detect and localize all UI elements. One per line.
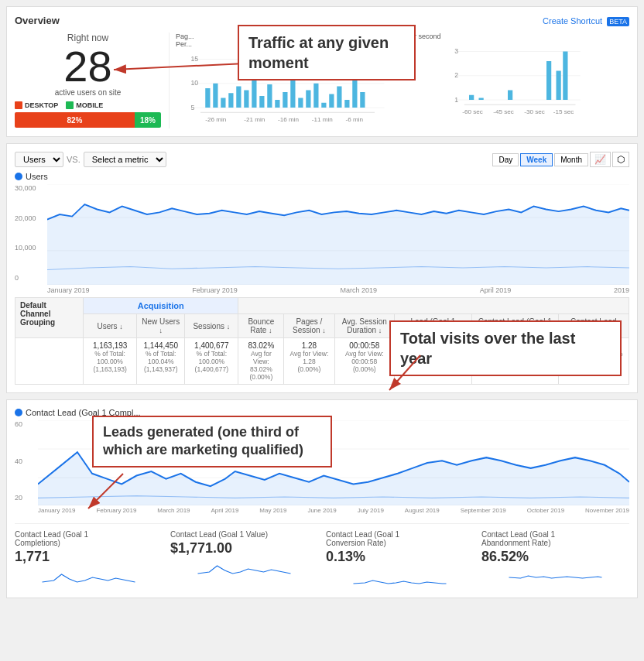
- users-col-header: Users ↓: [84, 314, 137, 338]
- value-label: Contact Lead (Goal 1 Value): [170, 530, 318, 539]
- panel2-controls: Users VS. Select a metric Day Week Month…: [15, 152, 629, 167]
- svg-text:-15 sec: -15 sec: [553, 108, 574, 115]
- create-shortcut-link[interactable]: Create Shortcut: [543, 16, 602, 26]
- users-chart-svg: [47, 184, 629, 285]
- svg-rect-11: [244, 91, 248, 108]
- right-now-section: Right now 28 active users on site DESKTO…: [15, 33, 170, 128]
- mobile-legend: MOBILE: [66, 101, 103, 109]
- acquisition-section: Total visits over the last year Default …: [15, 297, 629, 385]
- svg-rect-21: [321, 103, 326, 108]
- svg-rect-46: [563, 52, 567, 101]
- leads-dot: [15, 409, 22, 416]
- svg-rect-9: [228, 93, 233, 108]
- users-dot: [15, 173, 22, 180]
- abandonment-value: 86.52%: [481, 549, 629, 565]
- metric-value: Contact Lead (Goal 1 Value) $1,771.00: [170, 530, 318, 590]
- svg-text:-60 sec: -60 sec: [462, 108, 483, 115]
- value-value: $1,771.00: [170, 540, 318, 557]
- completions-label: Contact Lead (Goal 1Completions): [15, 530, 163, 547]
- month-button[interactable]: Month: [554, 153, 588, 166]
- desktop-legend: DESKTOP: [15, 101, 58, 109]
- pages-session-col-header: Pages / Session ↓: [284, 314, 334, 338]
- svg-rect-18: [298, 98, 303, 108]
- channel-grouping-header: Default Channel Grouping: [15, 298, 84, 338]
- svg-rect-6: [205, 88, 210, 108]
- metric-abandonment: Contact Lead (Goal 1Abandonment Rate) 86…: [481, 530, 629, 590]
- svg-rect-7: [213, 84, 218, 108]
- day-button[interactable]: Day: [492, 153, 519, 166]
- bounce-rate-col-header: Bounce Rate ↓: [238, 314, 284, 338]
- compare-dropdown[interactable]: Select a metric: [84, 152, 166, 167]
- x-axis: January 2019 February 2019 March 2019 Ap…: [47, 286, 629, 294]
- leads-panel: Contact Lead (Goal 1 Compl... 60 40 20: [6, 399, 638, 598]
- leads-y-axis: 60 40 20: [15, 420, 38, 502]
- channel-cell: [15, 338, 84, 385]
- mobile-bar: 18%: [135, 112, 161, 128]
- svg-text:-26 min: -26 min: [205, 116, 226, 123]
- svg-text:-6 min: -6 min: [346, 116, 364, 123]
- leads-chart-area: Contact Lead (Goal 1 Compl... 60 40 20: [15, 408, 629, 514]
- leads-x-axis: January 2019 February 2019 March 2019 Ap…: [38, 507, 629, 514]
- svg-text:-21 min: -21 min: [244, 116, 265, 123]
- sessions-col-header: Sessions ↓: [185, 314, 238, 338]
- users-label: Users: [26, 172, 48, 181]
- active-count: 28: [15, 45, 161, 88]
- new-users-col-header: New Users ↓: [137, 314, 185, 338]
- svg-text:1: 1: [454, 96, 458, 104]
- svg-text:-16 min: -16 min: [278, 116, 299, 123]
- metric-dropdown[interactable]: Users: [15, 152, 63, 167]
- svg-rect-22: [329, 94, 334, 108]
- svg-rect-14: [267, 84, 272, 108]
- date-buttons: Day Week Month 📈 ⬡: [492, 152, 629, 167]
- value-sparkline: [170, 558, 318, 580]
- create-shortcut-area: Create Shortcut BETA: [543, 16, 629, 26]
- svg-rect-12: [252, 79, 256, 108]
- svg-text:5: 5: [191, 104, 195, 111]
- svg-rect-17: [290, 77, 295, 108]
- svg-rect-23: [337, 87, 341, 108]
- vs-text: VS.: [67, 155, 80, 164]
- leads-metrics-row: Contact Lead (Goal 1Completions) 1,771 C…: [15, 523, 629, 590]
- svg-rect-45: [557, 71, 561, 101]
- abandonment-sparkline: [481, 567, 629, 588]
- desktop-label: DESKTOP: [25, 101, 58, 109]
- svg-rect-16: [283, 92, 287, 108]
- metric-completions: Contact Lead (Goal 1Completions) 1,771: [15, 530, 163, 590]
- svg-rect-24: [344, 100, 349, 108]
- traffic-annotation: Traffic at any given moment: [238, 25, 416, 80]
- svg-rect-44: [546, 61, 551, 100]
- svg-text:15: 15: [191, 55, 199, 63]
- users-panel: Users VS. Select a metric Day Week Month…: [6, 143, 638, 393]
- metric-conversion: Contact Lead (Goal 1Conversion Rate) 0.1…: [326, 530, 474, 590]
- share-icon[interactable]: ⬡: [612, 152, 629, 167]
- conversion-label: Contact Lead (Goal 1Conversion Rate): [326, 530, 474, 547]
- svg-rect-26: [360, 92, 365, 108]
- svg-rect-41: [469, 95, 474, 100]
- svg-rect-43: [508, 91, 512, 101]
- overview-panel: Overview Create Shortcut BETA Right now …: [6, 6, 638, 137]
- svg-text:10: 10: [191, 79, 199, 87]
- completions-sparkline: [15, 567, 163, 588]
- svg-text:-30 sec: -30 sec: [524, 108, 545, 115]
- conversion-sparkline: [326, 567, 474, 588]
- per-second-chart: Per second 3 2 1 -60 sec -45 sec -30 sec: [406, 33, 629, 128]
- leads-body: Contact Lead (Goal 1 Compl... 60 40 20: [15, 408, 629, 514]
- completions-value: 1,771: [15, 549, 163, 565]
- acquisition-header: Acquisition: [84, 298, 238, 314]
- chart-type-icon[interactable]: 📈: [590, 152, 611, 167]
- leads-annotation: Leads generated (one third ofwhich are m…: [92, 416, 332, 467]
- users-cell: 1,163,193 % of Total: 100.00%(1,163,193): [84, 338, 137, 385]
- new-users-cell: 1,144,450 % of Total:100.04%(1,143,937): [137, 338, 185, 385]
- bounce-rate-cell: 83.02% Avg for View:83.02%(0.00%): [238, 338, 284, 385]
- mobile-icon: [66, 101, 74, 109]
- svg-rect-19: [306, 91, 310, 108]
- pages-session-cell: 1.28 Avg for View:1.28(0.00%): [284, 338, 334, 385]
- conversion-value: 0.13%: [326, 549, 474, 565]
- sessions-cell: 1,400,677 % of Total: 100.00%(1,400,677): [185, 338, 238, 385]
- desktop-icon: [15, 101, 22, 109]
- svg-rect-42: [479, 98, 484, 101]
- users-legend: Users: [15, 172, 629, 181]
- per-second-svg: 3 2 1 -60 sec -45 sec -30 sec -15 sec: [406, 42, 629, 119]
- week-button[interactable]: Week: [520, 153, 553, 166]
- abandonment-label: Contact Lead (Goal 1Abandonment Rate): [481, 530, 629, 547]
